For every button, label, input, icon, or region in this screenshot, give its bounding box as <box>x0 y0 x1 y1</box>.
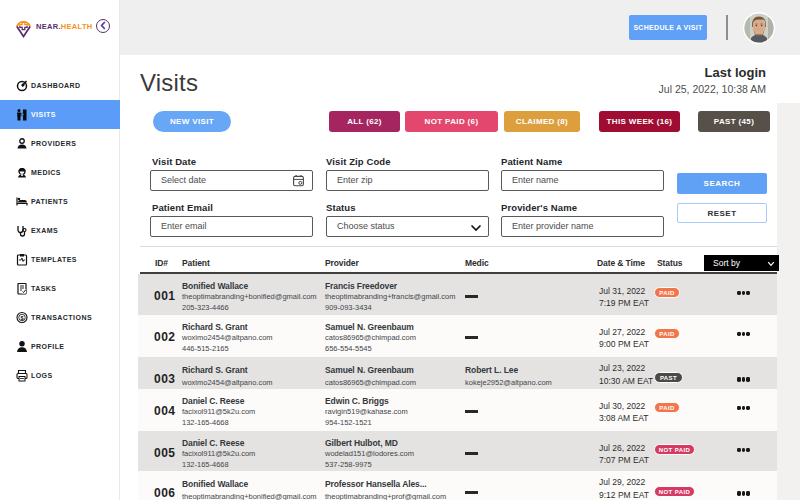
svg-text:$: $ <box>20 315 23 321</box>
